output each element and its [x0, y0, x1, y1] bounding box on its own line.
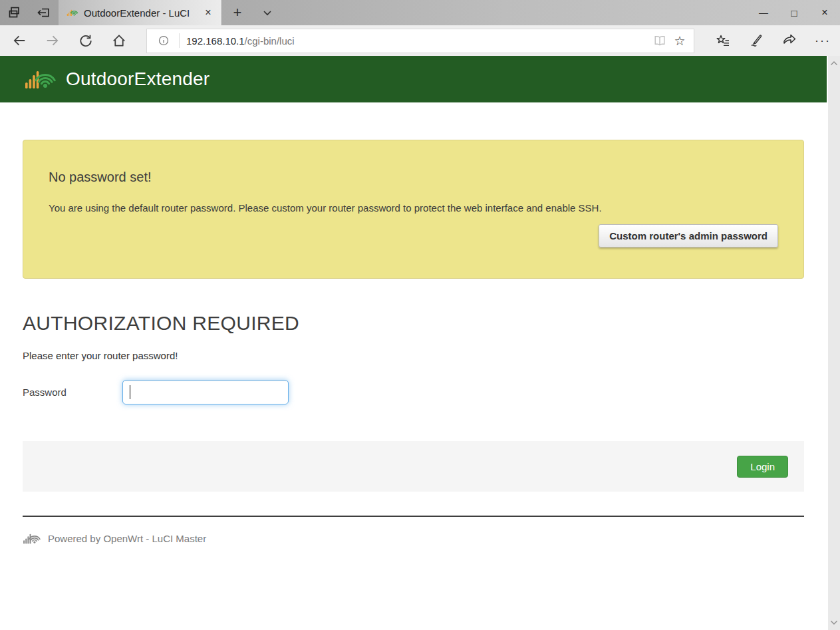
- footer-logo-icon: [23, 533, 41, 544]
- more-options-button[interactable]: ···: [806, 25, 839, 56]
- navbar-right-group: ···: [706, 25, 839, 56]
- no-password-alert: No password set! You are using the defau…: [23, 140, 804, 279]
- login-button[interactable]: Login: [737, 456, 788, 478]
- window-close-button[interactable]: ×: [809, 0, 840, 25]
- home-icon: [112, 33, 126, 48]
- alert-button-row: Custom router's admin password: [49, 224, 778, 247]
- password-label: Password: [23, 387, 122, 398]
- titlebar: OutdoorExtender - LuCI × + — □ ×: [0, 0, 840, 25]
- footer-text: Powered by OpenWrt - LuCI Master: [48, 533, 206, 544]
- hub-star-icon: [715, 33, 731, 49]
- site-favicon: [67, 9, 78, 17]
- address-bar-separator: [179, 33, 180, 48]
- site-header: OutdoorExtender: [0, 56, 827, 102]
- forward-button[interactable]: [36, 25, 69, 56]
- address-bar[interactable]: 192.168.10.1/cgi-bin/luci ☆: [146, 29, 694, 53]
- tab-title: OutdoorExtender - LuCI: [84, 7, 195, 19]
- scroll-up-button[interactable]: [828, 57, 840, 69]
- chevron-down-icon: [830, 620, 838, 625]
- back-icon: [12, 33, 27, 48]
- chevron-up-icon: [830, 61, 838, 66]
- favorite-star-button[interactable]: ☆: [670, 31, 690, 51]
- navbar: 192.168.10.1/cgi-bin/luci ☆: [0, 25, 840, 56]
- password-input-wrap: [122, 380, 289, 404]
- browser-window: OutdoorExtender - LuCI × + — □ ×: [0, 0, 840, 630]
- page-footer: Powered by OpenWrt - LuCI Master: [23, 533, 804, 544]
- url-path: /cgi-bin/luci: [245, 35, 295, 47]
- authorization-subheading: Please enter your router password!: [23, 350, 804, 361]
- pen-icon: [748, 33, 764, 49]
- tab-list-button[interactable]: [253, 0, 282, 25]
- password-form-row: Password: [23, 380, 804, 404]
- set-tabs-aside-icon: [37, 5, 51, 20]
- password-input[interactable]: [122, 380, 289, 404]
- share-button[interactable]: [773, 25, 806, 56]
- site-info-button[interactable]: [154, 31, 174, 51]
- refresh-button[interactable]: [69, 25, 102, 56]
- favorites-hub-button[interactable]: [706, 25, 740, 56]
- reading-view-button[interactable]: [650, 31, 670, 51]
- home-button[interactable]: [102, 25, 136, 56]
- custom-password-button[interactable]: Custom router's admin password: [599, 224, 778, 247]
- star-icon: ☆: [674, 35, 685, 47]
- ellipsis-icon: ···: [815, 34, 831, 48]
- footer-divider: [23, 516, 804, 517]
- brand-logo-icon: [24, 69, 57, 89]
- titlebar-drag-area: [282, 0, 748, 25]
- form-actions: Login: [23, 441, 804, 492]
- text-caret: [130, 385, 130, 399]
- vertical-scrollbar[interactable]: [828, 56, 840, 630]
- alert-title: No password set!: [49, 170, 778, 185]
- refresh-icon: [78, 33, 93, 48]
- annotate-button[interactable]: [740, 25, 773, 56]
- maximize-button[interactable]: □: [779, 0, 809, 25]
- set-tabs-aside-button[interactable]: [29, 0, 59, 25]
- alert-message: You are using the default router passwor…: [49, 202, 778, 214]
- url-host: 192.168.10.1: [186, 35, 245, 47]
- tab-preview-button[interactable]: [0, 0, 29, 25]
- tab-close-icon[interactable]: ×: [200, 5, 216, 21]
- chevron-down-icon: [261, 7, 273, 19]
- tab-preview-icon: [7, 5, 22, 20]
- url-text[interactable]: 192.168.10.1/cgi-bin/luci: [186, 35, 650, 47]
- minimize-button[interactable]: —: [748, 0, 779, 25]
- authorization-heading: AUTHORIZATION REQUIRED: [23, 312, 804, 335]
- share-icon: [781, 33, 797, 49]
- new-tab-button[interactable]: +: [222, 0, 253, 25]
- forward-icon: [45, 33, 60, 48]
- page-viewport: OutdoorExtender No password set! You are…: [0, 56, 827, 630]
- back-button[interactable]: [3, 25, 36, 56]
- brand-name: OutdoorExtender: [66, 69, 210, 90]
- content-container: No password set! You are using the defau…: [23, 140, 804, 544]
- browser-tab[interactable]: OutdoorExtender - LuCI ×: [59, 0, 222, 25]
- scroll-down-button[interactable]: [828, 617, 840, 629]
